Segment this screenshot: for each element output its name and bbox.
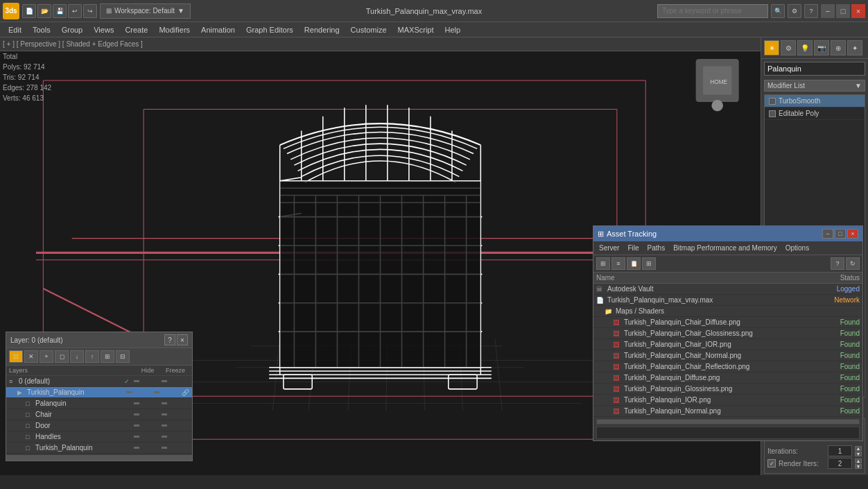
- open-icon[interactable]: 📂: [37, 4, 51, 18]
- top-bar: 3ds 📄 📂 💾 ↩ ↪ ⊞ Workspace: Default ▼ Tur…: [0, 0, 868, 22]
- search-button[interactable]: 🔍: [771, 4, 785, 18]
- asset-min-button[interactable]: −: [822, 229, 833, 239]
- layer-row[interactable]: ≡ 0 (default) ✓: [6, 376, 192, 387]
- object-name-input[interactable]: [764, 62, 865, 76]
- asset-tool-1[interactable]: ⊞: [596, 257, 610, 270]
- layer-close-button[interactable]: ×: [177, 334, 188, 345]
- asset-tracking-window: ⊞ Asset Tracking − □ × Server File Paths…: [593, 225, 863, 441]
- render-iter-down-button[interactable]: ▼: [855, 464, 862, 469]
- workspace-button[interactable]: ⊞ Workspace: Default ▼: [100, 3, 191, 19]
- asset-menu-file[interactable]: File: [625, 243, 641, 253]
- menu-animation[interactable]: Animation: [196, 24, 241, 35]
- asset-menu: Server File Paths Bitmap Performance and…: [593, 241, 862, 255]
- asset-row[interactable]: 🖼 Turkish_Palanquin_IOR.png Found: [593, 395, 862, 406]
- layer-help-button[interactable]: ?: [164, 334, 175, 345]
- layer-row[interactable]: ▶ Turkish_Palanquin 🔗: [6, 387, 192, 398]
- search-input[interactable]: [657, 4, 768, 18]
- asset-tool-3[interactable]: 📋: [627, 257, 641, 270]
- redo-icon[interactable]: ↪: [83, 4, 97, 18]
- modifier-editable-poly[interactable]: Editable Poly: [765, 108, 865, 120]
- asset-row[interactable]: 🖼 Turkish_Palanquin_Chair_IOR.png Found: [593, 339, 862, 350]
- window-controls: − □ ×: [821, 4, 865, 18]
- render-iters-checkbox[interactable]: ✓: [767, 459, 776, 467]
- maximize-button[interactable]: □: [836, 4, 850, 18]
- rp-display-icon[interactable]: ☀: [764, 40, 779, 55]
- layer-tool-collapse[interactable]: ⊟: [116, 350, 130, 363]
- settings-icon[interactable]: ⚙: [788, 4, 801, 18]
- asset-texture-icon: 🖼: [613, 386, 624, 393]
- asset-row[interactable]: 🖼 Turkish_Palanquin_Chair_Glossiness.png…: [593, 328, 862, 339]
- asset-close-button[interactable]: ×: [847, 229, 858, 239]
- rp-shapes-icon[interactable]: ⚙: [781, 40, 796, 55]
- render-iters-input[interactable]: [828, 458, 852, 469]
- asset-tracking-header: ⊞ Asset Tracking − □ ×: [593, 226, 862, 241]
- asset-row[interactable]: 📁 Maps / Shaders: [593, 306, 862, 317]
- layer-scrollbar[interactable]: [6, 455, 192, 461]
- iterations-label: Iterations:: [767, 447, 825, 455]
- layer-row[interactable]: □ Handles: [6, 431, 192, 443]
- asset-row[interactable]: 🖼 Turkish_Palanquin_Chair_Reflection.png…: [593, 361, 862, 372]
- layer-tool-delete[interactable]: ✕: [24, 350, 38, 363]
- asset-menu-server[interactable]: Server: [596, 243, 622, 253]
- asset-tool-4[interactable]: ⊞: [642, 257, 656, 270]
- layer-tool-move[interactable]: ↓: [70, 350, 84, 363]
- asset-row[interactable]: 🖼 Turkish_Palanquin_Chair_Diffuse.png Fo…: [593, 317, 862, 328]
- menu-customize[interactable]: Customize: [345, 24, 392, 35]
- rp-camera-icon[interactable]: 📷: [814, 40, 829, 55]
- asset-menu-bitmap-perf[interactable]: Bitmap Performance and Memory: [670, 243, 780, 253]
- asset-name: Turkish_Palanquin_max_vray.max: [607, 296, 811, 304]
- new-icon[interactable]: 📄: [22, 4, 36, 18]
- asset-help-button[interactable]: ?: [831, 257, 844, 270]
- modifier-checkbox[interactable]: [769, 98, 776, 105]
- layer-row[interactable]: □ Turkish_Palanquin: [6, 443, 192, 454]
- iter-down-button[interactable]: ▼: [855, 452, 862, 456]
- asset-status: Logged: [811, 285, 860, 293]
- close-button[interactable]: ×: [851, 4, 865, 18]
- iterations-input[interactable]: [828, 445, 852, 456]
- help-icon[interactable]: ?: [804, 4, 818, 18]
- layer-tool-up[interactable]: ↑: [85, 350, 99, 363]
- menu-edit[interactable]: Edit: [3, 24, 27, 35]
- iter-up-button[interactable]: ▲: [855, 446, 862, 451]
- layer-row[interactable]: □ Chair: [6, 409, 192, 420]
- menu-create[interactable]: Create: [119, 24, 153, 35]
- asset-row[interactable]: 🏛 Autodesk Vault Logged: [593, 284, 862, 295]
- layer-tool-select[interactable]: ◻: [55, 350, 69, 363]
- menu-tools[interactable]: Tools: [27, 24, 56, 35]
- asset-menu-paths[interactable]: Paths: [645, 243, 668, 253]
- rp-systems-icon[interactable]: ✦: [847, 40, 862, 55]
- layer-row[interactable]: □ Door: [6, 420, 192, 431]
- asset-row[interactable]: 🖼 Turkish_Palanquin_Glossiness.png Found: [593, 384, 862, 395]
- layer-tool-add[interactable]: +: [40, 350, 53, 363]
- layer-freeze-cell: [154, 391, 182, 393]
- modifier-list-header[interactable]: Modifier List ▼: [764, 80, 865, 92]
- asset-row[interactable]: 🖼 Turkish_Palanquin_Normal.png Found: [593, 406, 862, 417]
- asset-refresh-button[interactable]: ↻: [846, 257, 860, 270]
- menu-modifiers[interactable]: Modifiers: [153, 24, 196, 35]
- menu-maxscript[interactable]: MAXScript: [392, 24, 440, 35]
- asset-tool-2[interactable]: ≡: [611, 257, 625, 270]
- menu-views[interactable]: Views: [88, 24, 119, 35]
- modifier-turbosmooth[interactable]: TurboSmooth: [765, 95, 865, 108]
- asset-max-button[interactable]: □: [835, 229, 846, 239]
- save-icon[interactable]: 💾: [53, 4, 67, 18]
- asset-row[interactable]: 📄 Turkish_Palanquin_max_vray.max Network: [593, 295, 862, 306]
- layer-tool-expand[interactable]: ⊞: [101, 350, 114, 363]
- menu-help[interactable]: Help: [440, 24, 467, 35]
- render-iter-up-button[interactable]: ▲: [855, 458, 862, 463]
- undo-icon[interactable]: ↩: [68, 4, 82, 18]
- modifier-checkbox[interactable]: [769, 110, 776, 117]
- asset-menu-options[interactable]: Options: [783, 243, 812, 253]
- layer-tool-current[interactable]: ⊡: [9, 350, 23, 363]
- minimize-button[interactable]: −: [821, 4, 835, 18]
- layer-obj-icon: □: [26, 422, 35, 429]
- layer-row[interactable]: □ Palanquin: [6, 398, 192, 409]
- rp-helpers-icon[interactable]: ⊕: [831, 40, 846, 55]
- menu-rendering[interactable]: Rendering: [299, 24, 345, 35]
- asset-row[interactable]: 🖼 Turkish_Palanquin_Chair_Normal.png Fou…: [593, 350, 862, 361]
- menu-graph-editors[interactable]: Graph Editors: [241, 24, 299, 35]
- asset-row[interactable]: 🖼 Turkish_Palanquin_Diffuse.png Found: [593, 372, 862, 384]
- menu-group[interactable]: Group: [56, 24, 89, 35]
- col-status-label: Status: [811, 274, 860, 282]
- rp-lights-icon[interactable]: 💡: [797, 40, 813, 55]
